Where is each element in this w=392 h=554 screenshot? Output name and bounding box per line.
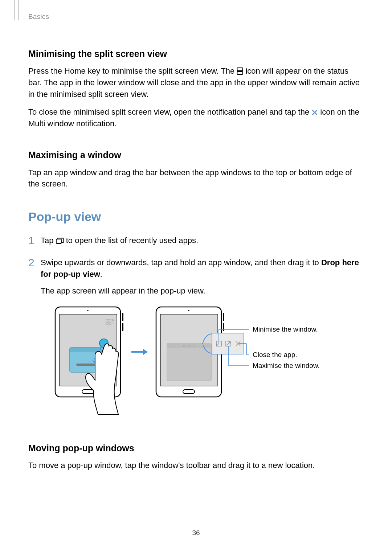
step-2: 2 Swipe upwards or downwards, tap and ho… <box>28 257 364 423</box>
callout-label-close: Close the app. <box>253 351 297 358</box>
heading-moving-popup: Moving pop-up windows <box>28 442 364 455</box>
svg-rect-0 <box>237 68 243 71</box>
header-section-label: Basics <box>28 12 364 22</box>
steps-list: 1 Tap to open the list of recently used … <box>28 235 364 423</box>
callout-label-minimise: Minimise the window. <box>253 325 318 333</box>
text-fragment: Press the Home key to minimise the split… <box>28 66 237 75</box>
body-text: To close the minimised split screen view… <box>28 106 364 130</box>
step-subtext: The app screen will appear in the pop-up… <box>41 285 364 297</box>
text-fragment: . <box>100 270 102 279</box>
step-number: 1 <box>28 233 34 249</box>
text-fragment: to open the list of recently used apps. <box>64 236 199 245</box>
arrow-right-icon <box>131 349 147 355</box>
svg-rect-5 <box>122 323 123 331</box>
svg-rect-24 <box>167 343 211 348</box>
body-text: Press the Home key to minimise the split… <box>28 65 364 100</box>
step-1: 1 Tap to open the list of recently used … <box>28 235 364 246</box>
close-x-icon <box>311 109 318 116</box>
text-fragment: Swipe upwards or downwards, tap and hold… <box>41 258 321 267</box>
split-screen-icon <box>237 67 243 75</box>
svg-point-6 <box>87 310 88 311</box>
svg-rect-14 <box>76 364 96 366</box>
page-number: 36 <box>0 528 392 538</box>
text-fragment: To close the minimised split screen view… <box>28 107 311 116</box>
figure-popup-view: Minimise the window. Close the app. Maxi… <box>53 305 364 423</box>
heading-maximise-window: Maximising a window <box>28 148 364 161</box>
recents-icon <box>56 238 64 244</box>
heading-minimise-split: Minimising the split screen view <box>28 47 364 60</box>
heading-popup-view: Pop-up view <box>28 208 364 226</box>
svg-rect-4 <box>122 313 123 321</box>
svg-point-21 <box>188 310 189 311</box>
body-text: To move a pop-up window, tap the window'… <box>28 460 364 471</box>
body-text: Tap an app window and drag the bar betwe… <box>28 167 364 190</box>
svg-rect-1 <box>237 71 243 74</box>
text-fragment: Tap <box>41 236 56 245</box>
step-number: 2 <box>28 255 34 271</box>
header-rule <box>15 0 19 20</box>
svg-rect-2 <box>56 239 61 243</box>
svg-rect-19 <box>223 313 224 321</box>
callout-label-maximise: Maximise the window. <box>253 362 320 369</box>
